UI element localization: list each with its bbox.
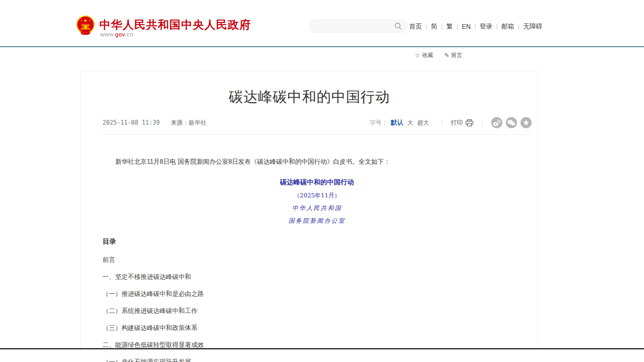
- nav-item-accessibility[interactable]: 无障碍: [523, 23, 542, 31]
- source-label: 来源：: [171, 119, 189, 126]
- toc-item-2: 二、能源绿色低碳转型取得显著成效: [103, 342, 532, 348]
- printer-icon: [465, 119, 473, 127]
- fontsize-option-large[interactable]: 大: [407, 119, 413, 127]
- toc-item-1-2: （二）系统推进碳达峰碳中和工作: [103, 308, 532, 314]
- national-emblem-logo: ★ ★ ★: [76, 15, 95, 35]
- site-url-prefix: www.: [100, 31, 115, 38]
- meta-separator: [442, 119, 442, 126]
- fontsize-label: 字号：: [370, 119, 388, 127]
- article-title: 碳达峰碳中和的中国行动: [81, 87, 538, 107]
- share-wechat-icon[interactable]: [506, 117, 517, 128]
- doc-date: （2025年11月）: [103, 192, 532, 199]
- article-source: 来源：新华社: [171, 119, 207, 127]
- pencil-icon: ✎: [444, 52, 449, 59]
- toc-item-1: 一、坚定不移推进碳达峰碳中和: [103, 274, 532, 280]
- meta-divider: [103, 134, 532, 135]
- comment-button[interactable]: ✎ 留言: [444, 52, 462, 59]
- nav-item-traditional[interactable]: 繁: [446, 23, 453, 31]
- nav-separator: [519, 24, 519, 30]
- article-meta-row: 2025-11-08 11:39 来源：新华社 字号： 默认 大 超大 打印: [103, 115, 532, 130]
- share-star-icon[interactable]: [521, 117, 532, 128]
- article-card: 碳达峰碳中和的中国行动 2025-11-08 11:39 来源：新华社 字号： …: [80, 71, 538, 349]
- doc-title: 碳达峰碳中和的中国行动: [103, 178, 532, 187]
- svg-text:★: ★: [84, 18, 88, 23]
- nav-item-mail[interactable]: 邮箱: [502, 23, 514, 31]
- nav-item-simplified[interactable]: 简: [431, 23, 437, 31]
- site-header: ★ ★ ★ 中华人民共和国中央人民政府 www.gov.cn 首页 简 繁 EN…: [0, 0, 644, 47]
- toc-item-2-1: （一）非化石能源实现跃升发展: [103, 359, 532, 362]
- print-button[interactable]: 打印: [451, 119, 473, 127]
- star-icon: ☆: [415, 52, 420, 59]
- article-date: 2025-11-08 11:39: [103, 119, 160, 126]
- doc-org-country: 中华人民共和国: [103, 205, 532, 212]
- toc-heading: 目录: [103, 237, 532, 246]
- nav-separator: [426, 24, 427, 30]
- toc-item-1-1: （一）推进碳达峰碳中和是必由之路: [103, 291, 532, 297]
- comment-label: 留言: [451, 52, 462, 59]
- site-url-suffix: .cn: [125, 31, 133, 38]
- doc-org-office: 国务院新闻办公室: [103, 217, 532, 225]
- source-name[interactable]: 新华社: [189, 119, 207, 126]
- lead-paragraph: 新华社北京11月8日电 国务院新闻办公室8日发布《碳达峰碳中和的中国行动》白皮书…: [103, 157, 532, 167]
- search-icon[interactable]: [394, 22, 403, 30]
- top-nav: 首页 简 繁 EN 登录 邮箱 无障碍: [409, 23, 542, 31]
- toc-item-preface: 前言: [103, 257, 532, 263]
- nav-separator: [497, 24, 497, 30]
- search-input[interactable]: [316, 23, 394, 29]
- svg-text:★: ★: [80, 19, 82, 21]
- svg-text:★: ★: [89, 19, 90, 21]
- nav-separator: [475, 24, 475, 30]
- search-bar: [310, 19, 408, 33]
- bottom-bar: [0, 348, 644, 349]
- favorite-button[interactable]: ☆ 收藏: [415, 52, 433, 59]
- fontsize-option-xlarge[interactable]: 超大: [417, 119, 429, 127]
- fontsize-option-default[interactable]: 默认: [391, 119, 403, 127]
- nav-item-english[interactable]: EN: [462, 23, 471, 30]
- article-meta-right: 字号： 默认 大 超大 打印: [370, 117, 532, 128]
- nav-item-home[interactable]: 首页: [409, 23, 422, 31]
- favorite-label: 收藏: [422, 52, 433, 59]
- article-body: 新华社北京11月8日电 国务院新闻办公室8日发布《碳达峰碳中和的中国行动》白皮书…: [103, 141, 532, 362]
- nav-separator: [457, 24, 458, 30]
- site-url-gov: gov: [115, 31, 125, 38]
- toc-item-1-3: （三）构建碳达峰碳中和政策体系: [103, 325, 532, 331]
- site-url[interactable]: www.gov.cn: [100, 31, 133, 38]
- share-weibo-icon[interactable]: [491, 117, 502, 128]
- share-icons: [491, 117, 532, 128]
- article-meta-left: 2025-11-08 11:39 来源：新华社: [103, 119, 207, 127]
- print-label: 打印: [451, 119, 463, 127]
- nav-separator: [442, 24, 442, 30]
- meta-separator: [482, 119, 483, 126]
- site-title[interactable]: 中华人民共和国中央人民政府: [99, 17, 251, 32]
- nav-item-login[interactable]: 登录: [480, 23, 492, 31]
- article-actions: ☆ 收藏 ✎ 留言: [415, 52, 462, 59]
